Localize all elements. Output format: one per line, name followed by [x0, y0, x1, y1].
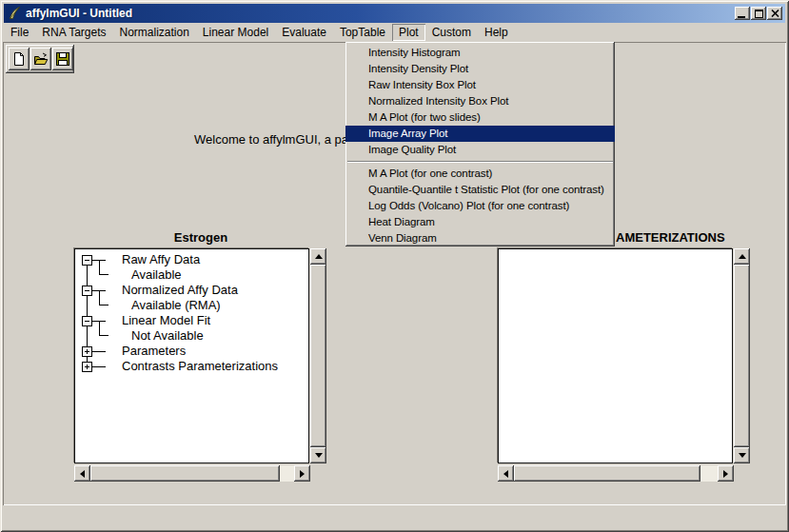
scroll-down-button[interactable] — [734, 447, 750, 463]
tree-item-status[interactable]: Available (RMA) — [131, 298, 221, 313]
scrollbar-thumb[interactable] — [514, 465, 700, 482]
menubar-item-toptable[interactable]: TopTable — [333, 24, 392, 41]
tree-connector-line — [99, 321, 108, 336]
menu-item-image-array-plot[interactable]: Image Array Plot — [345, 126, 615, 142]
tree-collapse-icon[interactable] — [82, 316, 92, 326]
tree-connector-line — [99, 290, 108, 305]
tree-item[interactable]: Raw Affy Data — [122, 252, 200, 267]
scroll-down-icon — [739, 453, 746, 458]
titlebar[interactable]: affylmGUI - Untitled — [4, 4, 785, 23]
tree-collapse-icon[interactable] — [82, 255, 92, 266]
tree-item[interactable]: Contrasts Parameterizations — [122, 359, 278, 374]
close-button[interactable] — [767, 7, 782, 20]
right-horizontal-scrollbar[interactable] — [498, 465, 734, 482]
status-tree-listbox[interactable]: Raw Affy Data Available Normalized Affy … — [74, 248, 309, 463]
menubar-item-evaluate[interactable]: Evaluate — [275, 24, 333, 41]
toolbar — [6, 45, 74, 73]
menu-item-raw-intensity-box-plot[interactable]: Raw Intensity Box Plot — [345, 77, 615, 93]
tree-item-status[interactable]: Not Available — [131, 328, 204, 344]
menu-item-log-odds-volcano-plot[interactable]: Log Odds (Volcano) Plot (for one contras… — [345, 198, 615, 214]
scroll-up-icon — [739, 254, 746, 259]
window-title: affylmGUI - Untitled — [26, 7, 132, 20]
welcome-text: Welcome to affylmGUI, a pa — [194, 132, 348, 147]
tree-item[interactable]: Linear Model Fit — [122, 313, 210, 328]
menu-item-normalized-intensity-box-plot[interactable]: Normalized Intensity Box Plot — [345, 93, 615, 109]
tree-connector-line — [92, 366, 106, 367]
new-document-icon — [11, 51, 27, 67]
menu-item-image-quality-plot[interactable]: Image Quality Plot — [345, 142, 615, 158]
menubar-item-plot[interactable]: Plot — [392, 24, 425, 41]
scroll-right-button[interactable] — [294, 465, 310, 482]
save-file-button[interactable] — [52, 48, 73, 70]
menubar-item-linear-model[interactable]: Linear Model — [196, 24, 275, 41]
right-panel-title: AMETERIZATIONS — [616, 230, 725, 246]
save-icon — [55, 51, 70, 67]
menu-item-ma-plot-one-contrast[interactable]: M A Plot (for one contrast) — [345, 166, 615, 182]
menu-item-intensity-histogram[interactable]: Intensity Histogram — [345, 45, 615, 61]
contrasts-parameterizations-listbox[interactable] — [498, 248, 733, 463]
menubar-item-file[interactable]: File — [4, 24, 35, 41]
scroll-left-icon — [80, 470, 85, 478]
scroll-left-button[interactable] — [74, 465, 90, 482]
app-feather-icon[interactable] — [7, 6, 22, 21]
menubar-item-normalization[interactable]: Normalization — [113, 24, 196, 41]
app-window: affylmGUI - Untitled File RNA Targets No… — [0, 0, 789, 532]
tree-collapse-icon[interactable] — [82, 286, 92, 296]
scroll-right-button[interactable] — [718, 465, 734, 482]
tree-connector-line — [92, 351, 106, 352]
tree-expand-icon[interactable] — [82, 362, 92, 372]
left-panel-title: Estrogen — [74, 230, 327, 246]
left-vertical-scrollbar[interactable] — [310, 248, 326, 463]
menubar-item-help[interactable]: Help — [478, 24, 515, 41]
maximize-icon — [755, 10, 763, 18]
tree-connector-line — [99, 260, 108, 275]
tree-item[interactable]: Normalized Affy Data — [122, 283, 238, 298]
minimize-button[interactable] — [735, 7, 750, 20]
maximize-button[interactable] — [751, 7, 766, 20]
window-controls — [735, 7, 782, 20]
scroll-up-icon — [315, 254, 323, 259]
right-vertical-scrollbar[interactable] — [734, 248, 750, 463]
scroll-left-button[interactable] — [498, 465, 514, 482]
menubar-item-rna-targets[interactable]: RNA Targets — [35, 24, 112, 41]
menu-item-venn-diagram[interactable]: Venn Diagram — [345, 230, 615, 246]
menu-item-ma-plot-two-slides[interactable]: M A Plot (for two slides) — [345, 109, 615, 126]
scroll-right-icon — [723, 470, 728, 478]
new-file-button[interactable] — [9, 48, 30, 70]
scrollbar-thumb[interactable] — [310, 265, 326, 447]
menubar-item-custom[interactable]: Custom — [425, 24, 478, 41]
scrollbar-thumb[interactable] — [734, 265, 750, 447]
tree-item-status[interactable]: Available — [131, 267, 182, 283]
tree-expand-icon[interactable] — [82, 346, 92, 357]
left-horizontal-scrollbar[interactable] — [74, 465, 310, 482]
scroll-up-button[interactable] — [310, 248, 326, 265]
scroll-down-button[interactable] — [310, 447, 326, 463]
minimize-icon — [738, 16, 745, 18]
scroll-up-button[interactable] — [734, 248, 750, 265]
menu-separator — [347, 161, 613, 163]
menubar: File RNA Targets Normalization Linear Mo… — [4, 23, 785, 41]
open-file-button[interactable] — [30, 48, 51, 70]
open-folder-icon — [33, 51, 49, 67]
plot-menu-popup: Intensity Histogram Intensity Density Pl… — [345, 42, 615, 246]
scroll-left-icon — [503, 470, 508, 478]
scrollbar-thumb[interactable] — [90, 465, 280, 482]
tree-item[interactable]: Parameters — [122, 344, 186, 359]
menu-item-heat-diagram[interactable]: Heat Diagram — [345, 214, 615, 230]
scroll-down-icon — [315, 453, 323, 458]
scroll-right-icon — [300, 470, 305, 478]
close-icon — [771, 10, 779, 17]
menu-item-qq-t-statistic-plot[interactable]: Quantile-Quantile t Statistic Plot (for … — [345, 182, 615, 198]
menu-item-intensity-density-plot[interactable]: Intensity Density Plot — [345, 61, 615, 77]
